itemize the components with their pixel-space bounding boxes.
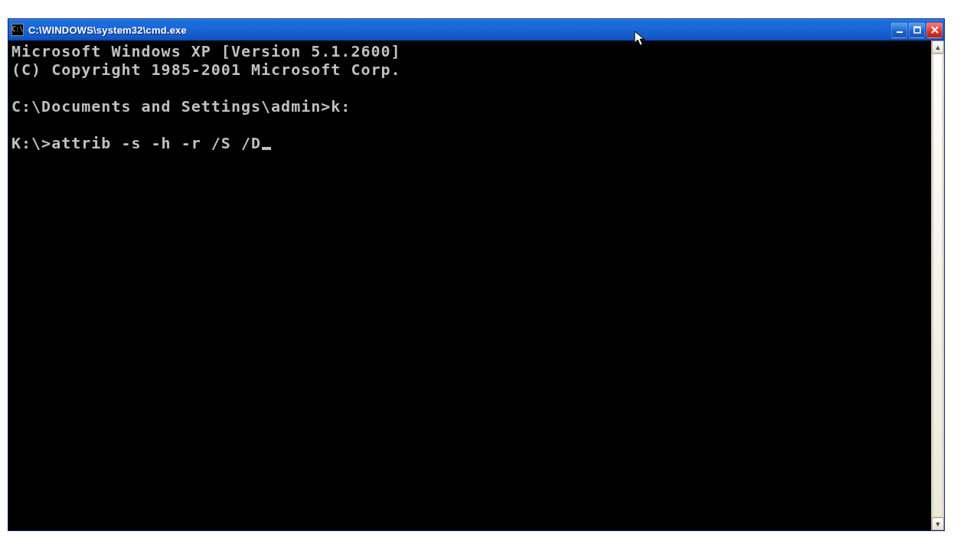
client-area: Microsoft Windows XP [Version 5.1.2600](… [8,41,944,530]
scroll-track[interactable] [932,54,944,517]
window-title: C:\WINDOWS\system32\cmd.exe [28,24,891,36]
cmd-window: C:\ C:\WINDOWS\system32\cmd.exe Mic [8,18,945,531]
cmd-icon: C:\ [11,24,24,36]
maximize-icon [913,25,922,34]
scroll-down-button[interactable]: ▼ [932,517,944,530]
scroll-thumb[interactable] [933,54,943,517]
svg-rect-0 [897,31,903,33]
terminal-output[interactable]: Microsoft Windows XP [Version 5.1.2600](… [8,41,931,530]
terminal-line: (C) Copyright 1985-2001 Microsoft Corp. [11,60,928,79]
maximize-button[interactable] [909,22,925,38]
scroll-up-button[interactable]: ▲ [932,41,944,54]
terminal-line [11,116,928,134]
close-icon [930,25,939,34]
minimize-icon [895,25,904,34]
minimize-button[interactable] [891,22,907,38]
close-button[interactable] [926,22,942,38]
svg-rect-2 [914,27,920,28]
terminal-line: C:\Documents and Settings\admin>k: [11,97,928,116]
window-controls [891,22,942,38]
titlebar[interactable]: C:\ C:\WINDOWS\system32\cmd.exe [8,19,944,41]
vertical-scrollbar[interactable]: ▲ ▼ [931,41,944,530]
terminal-line: K:\>attrib -s -h -r /S /D [11,134,928,152]
text-cursor [262,147,271,150]
terminal-line: Microsoft Windows XP [Version 5.1.2600] [11,42,928,60]
terminal-line [11,79,928,97]
